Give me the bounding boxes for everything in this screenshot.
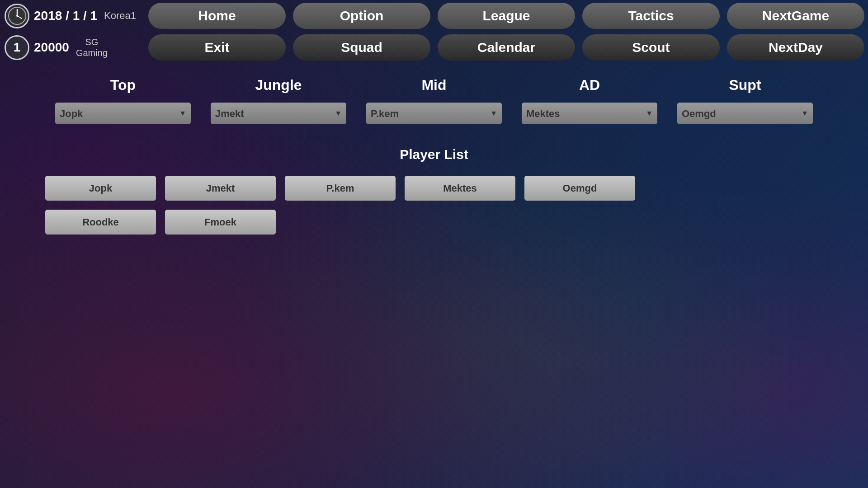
main-content: 2018 / 1 / 1 Korea1 1 20000 SG Gaming Ho… bbox=[0, 0, 868, 488]
header-left: 2018 / 1 / 1 Korea1 1 20000 SG Gaming bbox=[0, 0, 145, 63]
player-grid-row-1: Jopk Jmekt P.kem Mektes Oemgd bbox=[45, 176, 823, 201]
rank-badge: 1 bbox=[5, 35, 29, 60]
league-button[interactable]: League bbox=[438, 3, 575, 29]
squad-button[interactable]: Squad bbox=[293, 34, 430, 61]
svg-point-3 bbox=[16, 15, 18, 17]
nav-row-2: Exit Squad Calendar Scout NextDay bbox=[145, 32, 868, 63]
top-select-wrapper: Jopk Roodke Fmoek bbox=[55, 103, 191, 124]
mid-select[interactable]: P.kem Roodke Fmoek bbox=[366, 103, 502, 124]
calendar-button[interactable]: Calendar bbox=[438, 34, 575, 61]
jungle-select[interactable]: Jmekt Roodke Fmoek bbox=[211, 103, 346, 124]
supt-select-wrapper: Oemgd Roodke Fmoek bbox=[677, 103, 813, 124]
position-supt: Supt bbox=[677, 77, 813, 94]
player-btn-jmekt[interactable]: Jmekt bbox=[165, 176, 276, 201]
position-mid: Mid bbox=[366, 77, 502, 94]
tactics-button[interactable]: Tactics bbox=[582, 3, 720, 29]
nextday-button[interactable]: NextDay bbox=[727, 34, 864, 61]
player-btn-jopk[interactable]: Jopk bbox=[45, 176, 156, 201]
money-display: 20000 bbox=[34, 40, 69, 55]
top-select[interactable]: Jopk Roodke Fmoek bbox=[55, 103, 191, 124]
exit-button[interactable]: Exit bbox=[148, 34, 286, 61]
header-nav: Home Option League Tactics NextGame Exit… bbox=[145, 0, 868, 63]
player-btn-mektes[interactable]: Mektes bbox=[405, 176, 515, 201]
main-panel: Top Jungle Mid AD Supt Jopk Roodke Fmoek… bbox=[0, 63, 868, 253]
player-btn-oemgd[interactable]: Oemgd bbox=[524, 176, 635, 201]
player-btn-fmoek[interactable]: Fmoek bbox=[165, 210, 276, 235]
position-top: Top bbox=[55, 77, 191, 94]
player-btn-roodke[interactable]: Roodke bbox=[45, 210, 156, 235]
home-button[interactable]: Home bbox=[148, 3, 286, 29]
position-jungle: Jungle bbox=[211, 77, 346, 94]
date-display: 2018 / 1 / 1 bbox=[34, 9, 97, 23]
mid-select-wrapper: P.kem Roodke Fmoek bbox=[366, 103, 502, 124]
nextgame-button[interactable]: NextGame bbox=[727, 3, 864, 29]
team-name: SG Gaming bbox=[76, 37, 108, 58]
scout-button[interactable]: Scout bbox=[582, 34, 720, 61]
region-display: Korea1 bbox=[104, 10, 136, 22]
supt-select[interactable]: Oemgd Roodke Fmoek bbox=[677, 103, 813, 124]
nav-row-1: Home Option League Tactics NextGame bbox=[145, 0, 868, 32]
player-list-title: Player List bbox=[45, 147, 823, 162]
ad-select[interactable]: Mektes Roodke Fmoek bbox=[522, 103, 657, 124]
option-button[interactable]: Option bbox=[293, 3, 430, 29]
player-btn-pkem[interactable]: P.kem bbox=[285, 176, 396, 201]
ad-select-wrapper: Mektes Roodke Fmoek bbox=[522, 103, 657, 124]
position-headers: Top Jungle Mid AD Supt bbox=[45, 77, 823, 94]
bottom-row-left: 1 20000 SG Gaming bbox=[0, 32, 145, 63]
header: 2018 / 1 / 1 Korea1 1 20000 SG Gaming Ho… bbox=[0, 0, 868, 63]
dropdowns-row: Jopk Roodke Fmoek Jmekt Roodke Fmoek P.k… bbox=[45, 103, 823, 124]
top-row-left: 2018 / 1 / 1 Korea1 bbox=[0, 0, 145, 32]
position-ad: AD bbox=[522, 77, 657, 94]
clock-icon bbox=[5, 4, 29, 28]
player-grid-row-2: Roodke Fmoek bbox=[45, 210, 823, 235]
jungle-select-wrapper: Jmekt Roodke Fmoek bbox=[211, 103, 346, 124]
